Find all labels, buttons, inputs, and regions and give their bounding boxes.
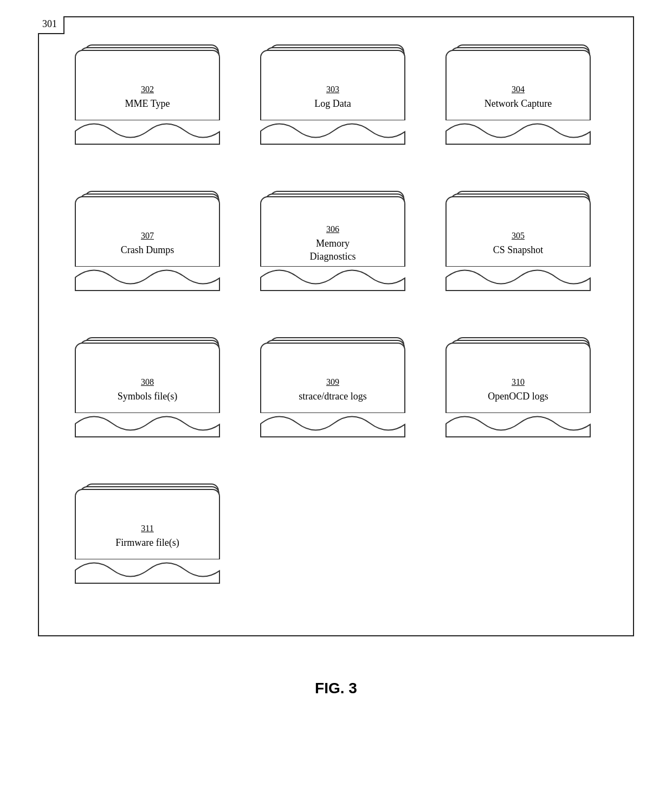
card-305: 305 CS Snapshot (442, 191, 600, 310)
card-label: Firmware file(s) (115, 537, 179, 549)
card-label: strace/dtrace logs (299, 390, 366, 403)
card-label: Symbols file(s) (118, 390, 178, 403)
card-number: 310 (512, 377, 525, 387)
card-number: 308 (141, 377, 154, 387)
card-label: Network Capture (484, 98, 552, 110)
card-label: OpenOCD logs (488, 390, 548, 403)
card-302: 302 MME Type (72, 44, 230, 164)
figure-label: FIG. 3 (315, 680, 357, 697)
card-306: 306 Memory Diagnostics (257, 191, 415, 310)
card-label: Memory Diagnostics (310, 237, 356, 263)
card-307: 307 Crash Dumps (72, 191, 230, 310)
diagram-container: 301 302 MME Type (38, 16, 634, 636)
card-number: 311 (141, 524, 153, 533)
card-label: Log Data (314, 98, 351, 110)
card-number: 306 (326, 224, 339, 234)
card-label: CS Snapshot (493, 244, 544, 256)
card-309: 309 strace/dtrace logs (257, 337, 415, 456)
card-label: MME Type (125, 98, 170, 110)
card-number: 303 (326, 85, 339, 94)
card-label: Crash Dumps (121, 244, 175, 256)
card-number: 305 (512, 231, 525, 241)
card-304: 304 Network Capture (442, 44, 600, 164)
card-308: 308 Symbols file(s) (72, 337, 230, 456)
card-311: 311 Firmware file(s) (72, 483, 230, 603)
card-number: 309 (326, 377, 339, 387)
card-310: 310 OpenOCD logs (442, 337, 600, 456)
card-number: 307 (141, 231, 154, 241)
card-303: 303 Log Data (257, 44, 415, 164)
corner-label: 301 (38, 16, 64, 34)
card-number: 302 (141, 85, 154, 94)
card-number: 304 (512, 85, 525, 94)
